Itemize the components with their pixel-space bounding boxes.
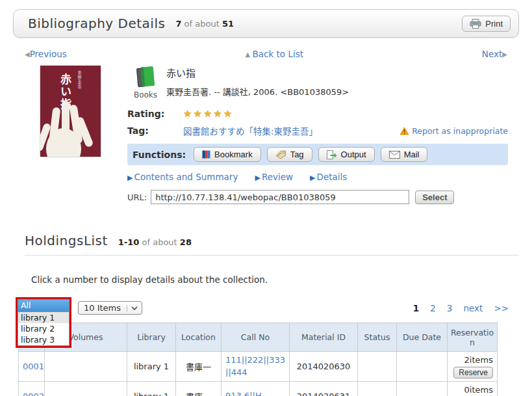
status-cell [358,352,397,382]
library-filter-option[interactable]: library 2 [18,323,69,334]
output-button[interactable]: Output [318,147,375,162]
reservation-cell: 0items Reserve [448,382,498,396]
pagination-last-link[interactable]: >> [494,303,509,313]
media-type-label: Books [127,90,164,99]
rating-stars-icon[interactable]: ★★★★★ [183,108,233,120]
of-about-label: of about [184,19,220,29]
col-header-due-date: Due Date [397,323,448,352]
url-input[interactable] [151,190,409,204]
library-filter-annotation-box: All library 1 library 2 library 3 [16,297,71,348]
up-triangle-icon: ▲ [246,51,253,58]
holdings-of-about-label: of about [142,237,177,247]
tag-icon [275,150,286,159]
functions-label: Functions: [133,150,186,160]
holdings-range: 1-10 of about 28 [118,237,192,247]
right-triangle-icon: ▶ [255,174,260,182]
library-cell: library 1 [127,382,176,396]
holdings-table: Volumes Library Location Call No Materia… [18,323,498,396]
url-select-button[interactable]: Select [415,191,454,204]
holdings-header: HoldingsList 1-10 of about 28 [25,233,519,256]
book-cover-image: 東野圭吾 赤い指 [40,66,101,157]
material-id-cell: 2014020630 [290,352,358,382]
printer-icon [470,19,481,29]
details-label: Details [317,172,348,182]
items-per-page-value: 10 Items [84,303,121,313]
location-cell: 書庫一 [176,352,222,382]
left-triangle-icon: ◀ [25,51,30,58]
mail-button-label: Mail [404,150,420,159]
bookmark-button-label: Bookmark [214,150,253,159]
contents-summary-label: Contents and Summary [134,172,238,182]
pagination-page-3[interactable]: 3 [447,303,453,313]
rating-row: Rating: ★★★★★ [127,108,508,120]
mail-button[interactable]: Mail [381,147,428,162]
pagination-page-2[interactable]: 2 [430,303,436,313]
material-id-cell: 2014020631 [290,382,358,396]
due-date-cell [397,352,448,382]
pagination-current-page: 1 [413,303,419,313]
cover-author-text: 東野圭吾 [77,71,82,89]
reservation-count: 2items [451,355,493,365]
right-triangle-icon: ▶ [502,51,507,58]
items-per-page-select[interactable]: 10 Items [78,301,142,315]
result-position: 7 of about 51 [175,19,234,29]
bibliography-detail: 東野圭吾 赤い指 [40,66,532,204]
print-button[interactable]: Print [462,16,511,32]
previous-label: Previous [30,49,67,59]
holdings-title: HoldingsList [25,233,108,248]
bookmark-button[interactable]: Bookmark [194,147,261,162]
report-inappropriate-link[interactable]: Report as inappropriate [412,126,508,136]
tag-link[interactable]: 図書館おすすめ「特集:東野圭吾」 [183,124,318,137]
reservation-count: 0items [451,385,493,395]
right-triangle-icon: ▶ [310,174,315,182]
output-button-label: Output [341,150,366,159]
url-row: URL: Select [127,190,508,204]
table-header-row: Volumes Library Location Call No Materia… [19,323,498,352]
previous-link[interactable]: ◀Previous [25,49,67,59]
tag-row: Tag: 図書館おすすめ「特集:東野圭吾」 ! Report as inappr… [127,124,508,137]
call-no-link[interactable]: 111||222||333||444 [225,355,285,376]
result-total-number: 51 [222,19,234,29]
tag-button-label: Tag [290,150,304,159]
holding-number-link[interactable]: 0002 [23,391,44,396]
reservation-cell: 2items Reserve [448,352,498,382]
holdings-instruction: Click a number to display details about … [31,274,532,285]
tag-button[interactable]: Tag [267,147,312,162]
next-link[interactable]: Next▶ [482,49,507,59]
print-button-label: Print [485,19,503,29]
table-row: 0002 library 1 書庫一 913.6||H 2014020631 0… [19,382,498,396]
table-row: 0001 library 1 書庫一 111||222||333||444 20… [19,352,498,382]
tag-label: Tag: [127,125,183,136]
contents-summary-link[interactable]: ▶Contents and Summary [127,172,238,182]
bookmark-icon [202,150,210,159]
location-cell: 書庫一 [176,382,222,396]
review-link[interactable]: ▶Review [255,172,293,182]
reserve-button[interactable]: Reserve [453,367,493,378]
back-to-list-link[interactable]: ▲ Back to List [246,49,303,59]
holding-number-link[interactable]: 0001 [23,362,44,371]
library-filter-option[interactable]: library 1 [18,312,69,323]
library-filter-option[interactable]: library 3 [18,334,69,345]
call-no-link[interactable]: 913.6||H [225,391,262,396]
holdings-controls: All library 1 library 2 library 3 10 Ite… [18,301,514,319]
col-header-location: Location [176,323,222,352]
functions-bar: Functions: Bookmark [127,144,508,165]
page-title: Bibliography Details [28,16,165,31]
chevron-down-icon [127,305,142,311]
volumes-cell [45,382,127,396]
col-header-reservation: Reservation [448,323,498,352]
library-cell: library 1 [127,352,176,382]
output-icon [327,150,337,159]
holdings-range-numbers: 1-10 [118,237,140,247]
status-cell [358,382,397,396]
pagination-next-link[interactable]: next [463,303,483,313]
result-position-number: 7 [175,19,181,29]
warning-icon: ! [399,127,409,135]
detail-links: ▶Contents and Summary ▶Review ▶Details [127,172,508,182]
rating-label: Rating: [127,109,183,119]
mail-icon [389,151,400,159]
record-nav: ◀Previous ▲ Back to List Next▶ [25,49,507,59]
details-link[interactable]: ▶Details [310,172,347,182]
books-icon [134,66,157,88]
library-filter-select[interactable]: All [18,299,70,312]
